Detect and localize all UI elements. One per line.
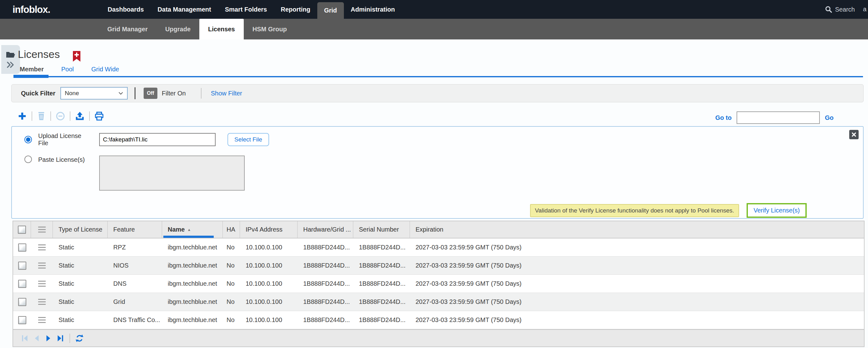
goto-input[interactable] — [737, 112, 820, 124]
row-menu-icon[interactable] — [38, 245, 46, 250]
cell-type-of-license: Static — [53, 244, 107, 251]
expand-chevrons-icon — [7, 62, 15, 68]
refresh-icon — [75, 334, 84, 343]
verify-licenses-button[interactable]: Verify License(s) — [747, 203, 807, 218]
column-header-type[interactable]: Type of License — [53, 221, 107, 238]
cell-hardware-grid-id: 1B888FD244D... — [298, 244, 353, 251]
subnav-item-grid-manager[interactable]: Grid Manager — [99, 19, 156, 39]
row-menu-cell — [31, 262, 53, 268]
table-row[interactable]: Static NIOS ibgm.techblue.net No 10.100.… — [13, 257, 864, 275]
column-header-hardware[interactable]: Hardware/Grid ... — [298, 221, 353, 238]
nav-item-administration[interactable]: Administration — [344, 0, 402, 19]
upload-button[interactable] — [75, 112, 85, 121]
column-header-expiration[interactable]: Expiration — [410, 221, 864, 238]
cell-feature: DNS Traffic Co... — [107, 316, 162, 324]
row-select-cell — [13, 262, 31, 270]
table-menu-icon[interactable] — [38, 227, 46, 232]
infoblox-logo: infoblox. — [12, 4, 50, 15]
select-file-button[interactable]: Select File — [227, 133, 269, 146]
select-all-checkbox[interactable] — [18, 226, 26, 234]
cell-serial-number: 1B888FD244D... — [353, 280, 410, 287]
cell-name: ibgm.techblue.net — [162, 298, 223, 306]
print-button[interactable] — [94, 112, 104, 121]
goto-label: Go to — [715, 114, 732, 121]
collapsed-finder-panel[interactable] — [1, 45, 20, 74]
header-menu-cell — [31, 221, 53, 238]
cell-ipv4-address: 10.100.0.100 — [240, 298, 298, 306]
global-search[interactable]: Search — [825, 0, 855, 19]
nav-item-dashboards[interactable]: Dashboards — [101, 0, 151, 19]
cell-feature: DNS — [107, 280, 162, 287]
cell-type-of-license: Static — [53, 298, 107, 306]
previous-page-button[interactable] — [33, 334, 41, 342]
add-button[interactable] — [18, 112, 27, 121]
row-checkbox[interactable] — [18, 298, 26, 306]
row-checkbox[interactable] — [18, 280, 26, 288]
subnav-item-hsm-group[interactable]: HSM Group — [244, 19, 296, 39]
divider — [201, 88, 202, 99]
panel-actions: Validation of the Verify License functio… — [530, 203, 807, 218]
restrict-button[interactable] — [56, 112, 65, 121]
checkbox-inner — [20, 263, 25, 268]
checkbox-inner — [20, 281, 25, 286]
nav-item-reporting[interactable]: Reporting — [274, 0, 317, 19]
cell-ipv4-address: 10.100.0.100 — [240, 262, 298, 269]
cell-expiration: 2027-03-03 23:59:59 GMT (750 Days) — [410, 298, 864, 306]
cell-serial-number: 1B888FD244D... — [353, 244, 410, 251]
row-menu-icon[interactable] — [38, 262, 46, 268]
column-header-ipv4[interactable]: IPv4 Address — [240, 221, 298, 238]
quick-filter-label: Quick Filter — [21, 90, 55, 97]
subnav-item-upgrade[interactable]: Upgrade — [156, 19, 199, 39]
next-page-button[interactable] — [44, 334, 53, 342]
bookmark-add-icon[interactable] — [72, 51, 81, 62]
checkbox-inner — [20, 299, 25, 305]
show-filter-link[interactable]: Show Filter — [211, 90, 242, 97]
filter-toggle-button[interactable]: Off — [144, 88, 157, 99]
cell-ha: No — [223, 316, 240, 324]
paste-license-textarea[interactable] — [99, 156, 245, 191]
sorted-column-indicator — [163, 236, 214, 238]
row-menu-icon[interactable] — [38, 317, 46, 323]
nav-item-data-management[interactable]: Data Management — [151, 0, 218, 19]
cell-name: ibgm.techblue.net — [162, 280, 223, 287]
row-menu-cell — [31, 281, 53, 287]
quick-filter-dropdown[interactable]: None — [60, 87, 128, 99]
row-checkbox[interactable] — [18, 262, 26, 270]
checkbox-inner — [20, 245, 25, 250]
column-header-name[interactable]: Name ▲ — [162, 221, 223, 238]
table-row[interactable]: Static Grid ibgm.techblue.net No 10.100.… — [13, 293, 864, 311]
delete-button[interactable] — [37, 112, 46, 121]
row-menu-icon[interactable] — [38, 281, 46, 287]
tab-pool[interactable]: Pool — [61, 66, 74, 75]
upload-file-radio[interactable] — [24, 136, 32, 143]
close-panel-button[interactable] — [849, 130, 859, 139]
view-tabs: Member Pool Grid Wide — [20, 66, 119, 75]
row-menu-icon[interactable] — [38, 299, 46, 305]
license-file-path-input[interactable] — [99, 133, 216, 146]
checkbox-inner — [20, 227, 24, 232]
next-page-icon — [44, 334, 53, 342]
nav-item-grid[interactable]: Grid — [317, 2, 344, 19]
table-row[interactable]: Static RPZ ibgm.techblue.net No 10.100.0… — [13, 239, 864, 257]
last-page-button[interactable] — [56, 334, 64, 342]
row-checkbox[interactable] — [18, 244, 26, 252]
paste-license-radio[interactable] — [24, 156, 32, 163]
column-header-feature[interactable]: Feature — [107, 221, 162, 238]
go-button[interactable]: Go — [825, 114, 834, 121]
column-header-serial[interactable]: Serial Number — [353, 221, 410, 238]
close-icon — [851, 132, 857, 137]
tab-member[interactable]: Member — [20, 66, 44, 75]
first-page-button[interactable] — [21, 334, 29, 342]
cell-hardware-grid-id: 1B888FD244D... — [298, 316, 353, 324]
refresh-button[interactable] — [75, 334, 84, 343]
nav-item-smart-folders[interactable]: Smart Folders — [218, 0, 274, 19]
table-row[interactable]: Static DNS ibgm.techblue.net No 10.100.0… — [13, 275, 864, 293]
table-row[interactable]: Static DNS Traffic Co... ibgm.techblue.n… — [13, 311, 864, 329]
header-select-all-cell — [13, 221, 31, 238]
cell-name: ibgm.techblue.net — [162, 244, 223, 251]
row-checkbox[interactable] — [18, 316, 26, 324]
subnav-item-licenses[interactable]: Licenses — [199, 19, 244, 39]
column-header-ha[interactable]: HA — [223, 221, 240, 238]
cell-serial-number: 1B888FD244D... — [353, 262, 410, 269]
tab-grid-wide[interactable]: Grid Wide — [91, 66, 119, 75]
